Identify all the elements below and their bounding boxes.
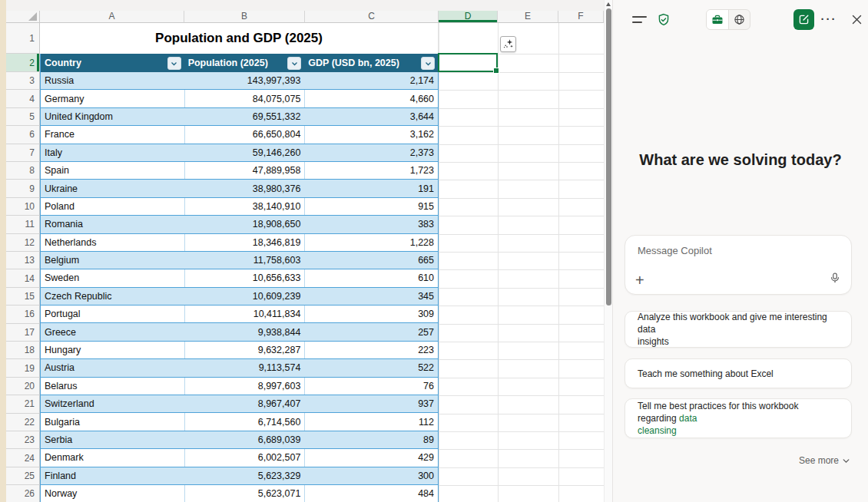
table-row[interactable]: Finland5,623,329300 [41,467,438,485]
gdp-cell[interactable]: 300 [304,467,438,484]
suggestion-card[interactable]: Analyze this workbook and give me intere… [624,311,852,348]
table-row[interactable]: Romania18,908,650383 [41,216,438,233]
table-row[interactable]: Sweden10,656,633610 [41,269,438,287]
row-header-6[interactable]: 6 [6,126,40,144]
table-row[interactable]: Czech Republic10,609,239345 [41,288,438,305]
gdp-cell[interactable]: 89 [304,431,438,448]
country-cell[interactable]: Germany [41,90,184,107]
composer-placeholder[interactable]: Message Copilot [638,245,712,256]
country-cell[interactable]: Finland [41,467,184,484]
menu-icon[interactable] [632,16,647,23]
population-cell[interactable]: 6,689,039 [184,431,305,448]
gdp-cell[interactable]: 257 [304,323,438,340]
gdp-cell[interactable]: 522 [304,359,438,376]
country-cell[interactable]: Romania [41,216,184,233]
scroll-up-icon[interactable] [606,2,611,6]
population-cell[interactable]: 9,938,844 [184,323,305,340]
column-header-C[interactable]: C [305,11,439,23]
country-cell[interactable]: Norway [41,485,184,502]
table-row[interactable]: Russia143,997,3932,174 [41,72,438,90]
row-header-9[interactable]: 9 [6,180,40,197]
gdp-cell[interactable]: 915 [304,198,438,215]
row-header-16[interactable]: 16 [6,305,40,323]
gdp-cell[interactable]: 76 [304,378,438,395]
gdp-cell[interactable]: 223 [304,342,438,358]
column-header-E[interactable]: E [498,11,558,23]
row-header-5[interactable]: 5 [6,108,40,126]
table-row[interactable]: Belarus8,997,60376 [41,378,438,395]
filter-dropdown-button[interactable] [167,57,181,70]
suggestion-card[interactable]: Teach me something about Excel [624,358,852,388]
population-cell[interactable]: 5,623,071 [184,485,305,502]
country-cell[interactable]: France [41,126,184,143]
population-cell[interactable]: 84,075,075 [184,90,305,107]
table-row[interactable]: Greece9,938,844257 [41,323,438,341]
vertical-scrollbar[interactable] [604,0,612,502]
row-header-22[interactable]: 22 [6,414,40,431]
gdp-cell[interactable]: 937 [304,395,438,412]
country-cell[interactable]: Portugal [41,305,184,322]
population-cell[interactable]: 9,632,287 [184,342,305,358]
gdp-cell[interactable]: 3,644 [304,108,438,125]
table-row[interactable]: Ukraine38,980,376191 [41,180,438,197]
population-cell[interactable]: 69,551,332 [184,108,305,125]
close-icon[interactable] [846,9,866,29]
filter-dropdown-button[interactable] [287,57,301,70]
country-cell[interactable]: Denmark [41,449,184,466]
table-row[interactable]: Portugal10,411,834309 [41,305,438,323]
row-header-25[interactable]: 25 [6,467,40,485]
table-row[interactable]: United Kingdom69,551,3323,644 [41,108,438,126]
gdp-cell[interactable]: 309 [304,305,438,322]
country-cell[interactable]: Russia [41,72,184,89]
row-header-15[interactable]: 15 [6,288,40,305]
message-composer[interactable]: Message Copilot + [624,235,852,295]
population-cell[interactable]: 38,980,376 [184,180,305,197]
country-cell[interactable]: Sweden [41,269,184,286]
population-cell[interactable]: 38,140,910 [184,198,305,215]
table-row[interactable]: Germany84,075,0754,660 [41,90,438,107]
gdp-cell[interactable]: 429 [304,449,438,466]
row-header-26[interactable]: 26 [6,485,40,502]
row-header-7[interactable]: 7 [6,144,40,162]
population-cell[interactable]: 8,967,407 [184,395,305,412]
gdp-cell[interactable]: 665 [304,252,438,269]
gdp-cell[interactable]: 2,174 [304,72,438,89]
row-header-11[interactable]: 11 [6,216,40,233]
gdp-cell[interactable]: 484 [304,485,438,502]
gdp-cell[interactable]: 191 [304,180,438,197]
country-cell[interactable]: Belgium [41,252,184,269]
population-cell[interactable]: 59,146,260 [184,144,305,161]
gdp-cell[interactable]: 610 [304,269,438,286]
shield-check-icon[interactable] [656,12,671,30]
table-row[interactable]: Serbia6,689,03989 [41,431,438,449]
row-header-19[interactable]: 19 [6,359,40,377]
gdp-cell[interactable]: 383 [304,216,438,233]
table-row[interactable]: Poland38,140,910915 [41,198,438,216]
row-header-2[interactable]: 2 [6,54,40,72]
row-header-8[interactable]: 8 [6,162,40,180]
row-header-12[interactable]: 12 [6,234,40,252]
row-header-4[interactable]: 4 [6,90,40,107]
country-cell[interactable]: Italy [41,144,184,161]
workbook-scope-button[interactable] [707,10,729,29]
population-cell[interactable]: 143,997,393 [184,72,305,89]
column-header-D[interactable]: D [439,11,498,23]
row-header-24[interactable]: 24 [6,449,40,467]
more-options-icon[interactable]: ··· [817,8,840,31]
filter-dropdown-button[interactable] [421,57,435,70]
gdp-cell[interactable]: 3,162 [304,126,438,143]
row-header-14[interactable]: 14 [6,269,40,287]
row-header-18[interactable]: 18 [6,342,40,359]
population-cell[interactable]: 5,623,329 [184,467,305,484]
table-row[interactable]: Austria9,113,574522 [41,359,438,377]
population-cell[interactable]: 6,714,560 [184,413,305,430]
country-cell[interactable]: Greece [41,323,184,340]
population-cell[interactable]: 18,346,819 [184,234,305,251]
country-cell[interactable]: Spain [41,162,184,179]
row-header-10[interactable]: 10 [6,198,40,216]
country-cell[interactable]: Netherlands [41,234,184,251]
row-header-23[interactable]: 23 [6,431,40,449]
table-row[interactable]: Spain47,889,9581,723 [41,162,438,180]
select-all-button[interactable] [6,11,40,23]
table-row[interactable]: Bulgaria6,714,560112 [41,413,438,431]
